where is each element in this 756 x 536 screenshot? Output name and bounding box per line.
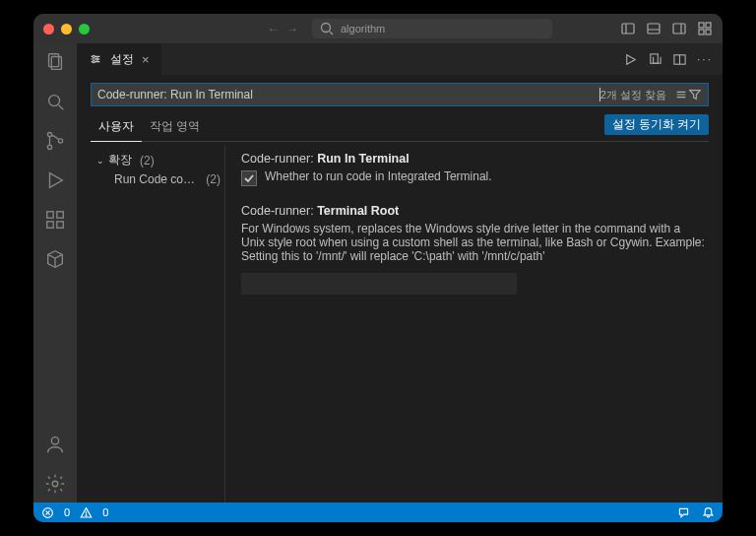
run-icon[interactable] xyxy=(623,52,638,67)
tree-item-label: Run Code config... xyxy=(114,172,198,186)
toggle-panel-right-icon[interactable] xyxy=(671,21,687,36)
status-bar: 0 0 xyxy=(33,502,723,522)
svg-rect-22 xyxy=(47,222,53,228)
tree-group-count: (2) xyxy=(140,154,155,168)
nav-forward-icon[interactable]: → xyxy=(285,22,298,36)
tab-settings[interactable]: 설정 × xyxy=(77,43,162,75)
explorer-icon[interactable] xyxy=(44,51,66,73)
command-center-search[interactable]: algorithm xyxy=(312,19,552,38)
bell-icon[interactable] xyxy=(702,506,715,519)
warning-count[interactable]: 0 xyxy=(102,506,108,518)
svg-rect-23 xyxy=(57,222,63,228)
split-editor-icon[interactable] xyxy=(672,52,687,67)
editor-area: 설정 × ··· Code-runner: Run In Terminal 2개… xyxy=(77,43,723,502)
more-actions-icon[interactable]: ··· xyxy=(697,52,713,66)
svg-marker-32 xyxy=(627,54,635,63)
command-center-placeholder: algorithm xyxy=(341,23,385,34)
toggle-panel-left-icon[interactable] xyxy=(620,21,636,36)
svg-line-1 xyxy=(330,32,333,34)
setting-title: Code-runner: Terminal Root xyxy=(241,204,705,218)
settings-scope-row: 사용자 작업 영역 설정 동기화 켜기 xyxy=(91,112,709,142)
svg-rect-2 xyxy=(622,24,634,34)
close-tab-button[interactable]: × xyxy=(142,52,150,67)
svg-point-16 xyxy=(47,132,51,136)
titlebar: ← → algorithm xyxy=(33,14,723,43)
svg-rect-20 xyxy=(47,212,53,218)
setting-description: Whether to run code in Integrated Termin… xyxy=(265,169,492,183)
app-window: ← → algorithm xyxy=(33,14,723,522)
setting-terminal-root: Code-runner: Terminal Root For Windows s… xyxy=(241,204,705,295)
chevron-down-icon: ⌄ xyxy=(96,156,104,166)
svg-rect-33 xyxy=(651,53,659,62)
svg-rect-4 xyxy=(648,24,660,34)
check-icon xyxy=(243,172,255,184)
terminal-root-input[interactable] xyxy=(241,273,517,295)
svg-marker-19 xyxy=(50,173,63,188)
tree-group-label: 확장 xyxy=(108,152,132,168)
feedback-icon[interactable] xyxy=(677,506,690,519)
svg-line-15 xyxy=(59,105,64,110)
svg-rect-21 xyxy=(57,212,63,218)
titlebar-right xyxy=(620,21,713,36)
settings-search-input[interactable]: Code-runner: Run In Terminal 2개 설정 찾음 xyxy=(91,83,709,106)
tree-item-count: (2) xyxy=(206,172,220,186)
setting-checkbox-row: Whether to run code in Integrated Termin… xyxy=(241,169,705,186)
tab-title: 설정 xyxy=(110,51,134,68)
activity-bar xyxy=(33,43,77,502)
layout-customize-icon[interactable] xyxy=(697,21,713,36)
minimize-window-button[interactable] xyxy=(61,24,72,34)
svg-point-30 xyxy=(96,58,98,60)
error-icon[interactable] xyxy=(41,506,54,519)
svg-point-25 xyxy=(52,481,58,487)
tree-item-run-code-config[interactable]: Run Code config... (2) xyxy=(96,170,220,188)
settings-result-count: 2개 설정 찾음 xyxy=(600,88,666,102)
settings-tab-icon xyxy=(89,52,102,66)
source-control-icon[interactable] xyxy=(44,130,66,152)
gear-icon[interactable] xyxy=(44,473,66,495)
tab-actions: ··· xyxy=(613,43,723,75)
nav-back-icon[interactable]: ← xyxy=(267,22,280,36)
svg-point-43 xyxy=(86,514,87,515)
toggle-panel-bottom-icon[interactable] xyxy=(646,21,662,36)
nav-arrows: ← → xyxy=(267,22,298,36)
run-debug-icon[interactable] xyxy=(44,169,66,191)
svg-rect-13 xyxy=(51,57,61,70)
extensions-icon[interactable] xyxy=(44,209,66,231)
sync-settings-button[interactable]: 설정 동기화 켜기 xyxy=(604,114,709,135)
svg-rect-6 xyxy=(673,24,685,34)
settings-tree: ⌄ 확장 (2) Run Code config... (2) xyxy=(91,146,224,502)
warning-icon[interactable] xyxy=(80,506,93,519)
error-count[interactable]: 0 xyxy=(64,506,70,518)
search-icon[interactable] xyxy=(44,91,66,112)
svg-point-18 xyxy=(58,139,62,143)
svg-rect-10 xyxy=(699,30,704,34)
svg-point-0 xyxy=(322,24,331,33)
window-controls xyxy=(43,24,90,34)
cube-icon[interactable] xyxy=(44,248,66,270)
close-window-button[interactable] xyxy=(43,24,54,34)
filter-icon[interactable] xyxy=(688,88,702,101)
svg-rect-8 xyxy=(699,23,704,28)
settings-search-value: Code-runner: Run In Terminal xyxy=(97,88,598,101)
settings-list: Code-runner: Run In Terminal Whether to … xyxy=(224,146,709,502)
search-icon xyxy=(319,21,335,36)
svg-rect-9 xyxy=(706,23,711,28)
svg-rect-11 xyxy=(706,30,711,34)
setting-description: For Windows system, replaces the Windows… xyxy=(241,222,705,263)
svg-point-29 xyxy=(93,55,94,57)
tabs-row: 설정 × ··· xyxy=(77,43,723,75)
svg-point-31 xyxy=(93,60,94,62)
svg-point-17 xyxy=(47,145,51,149)
scope-workspace-tab[interactable]: 작업 영역 xyxy=(142,112,208,141)
setting-run-in-terminal: Code-runner: Run In Terminal Whether to … xyxy=(241,152,705,186)
accounts-icon[interactable] xyxy=(44,434,66,455)
tree-group-extensions[interactable]: ⌄ 확장 (2) xyxy=(96,150,220,170)
svg-point-24 xyxy=(51,437,58,444)
svg-point-14 xyxy=(49,96,60,106)
open-json-icon[interactable] xyxy=(648,52,662,67)
maximize-window-button[interactable] xyxy=(79,24,90,34)
setting-title: Code-runner: Run In Terminal xyxy=(241,152,705,166)
clear-search-icon[interactable] xyxy=(674,88,688,101)
run-in-terminal-checkbox[interactable] xyxy=(241,170,257,186)
scope-user-tab[interactable]: 사용자 xyxy=(91,112,142,142)
